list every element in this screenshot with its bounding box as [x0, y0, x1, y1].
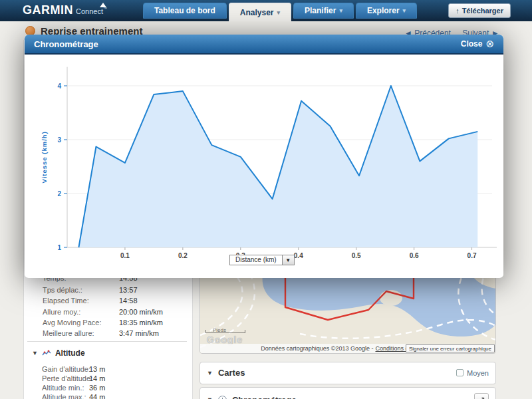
y-tick-label: 1	[57, 244, 61, 251]
garmin-connect-logo[interactable]: GARMINConnect™	[23, 3, 107, 17]
dropdown-arrow-icon[interactable]: ▼	[283, 255, 295, 265]
tab-planifier[interactable]: Planifier ▾	[293, 3, 354, 19]
brand-garmin: GARMIN	[23, 3, 73, 17]
upload-arrow-icon: ↑	[456, 7, 460, 15]
main-nav-tabs: Tableau de bord Analyser ▾ Planifier ▾ E…	[143, 3, 417, 21]
altitude-row-gain: Gain d'altitude: 13 m	[24, 365, 194, 374]
stat-row-allure-moy: Allure moy.: 20:00 min/km	[24, 308, 194, 319]
x-tick-label: 0.1	[120, 252, 130, 259]
route-map-panel[interactable]: Pieds Google Données cartographiques ©20…	[200, 268, 496, 354]
y-axis-title: Vitesse (km/h)	[41, 131, 48, 183]
top-navbar: GARMINConnect™ Tableau de bord Analyser …	[0, 0, 532, 21]
map-scale-bar: Pieds	[205, 330, 245, 333]
y-tick-label: 2	[57, 190, 61, 198]
tab-analyser[interactable]: Analyser ▾	[229, 3, 291, 21]
expand-arrows-icon	[478, 396, 485, 399]
clock-icon	[218, 396, 227, 399]
stat-row-elapsed-time: Elapsed Time: 14:58	[24, 297, 194, 307]
speed-area-fill	[78, 86, 477, 247]
moyen-checkbox-label: Moyen	[467, 369, 489, 377]
stat-row-avg-moving-pace: Avg Moving Pace: 18:35 min/km	[24, 319, 194, 329]
modal-close-button[interactable]: Close ⊗	[461, 38, 494, 50]
tab-explorer[interactable]: Explorer ▾	[356, 3, 417, 19]
x-axis-unit-value: Distance (km)	[229, 255, 283, 265]
speed-chart[interactable]: 12340.10.20.30.40.50.60.7Vitesse (km/h)	[25, 55, 503, 277]
chevron-down-icon: ▾	[277, 9, 281, 16]
y-tick-label: 3	[57, 136, 61, 144]
modal-header: Chronométrage Close ⊗	[25, 35, 503, 55]
report-map-error-link[interactable]: Signaler une erreur cartographique	[406, 344, 495, 352]
altitude-chart-icon	[42, 350, 51, 356]
x-tick-label: 0.4	[294, 252, 303, 259]
close-icon: ⊗	[485, 38, 494, 50]
stat-row-meilleure-allure: Meilleure allure: 3:47 min/km	[24, 329, 194, 340]
chevron-down-icon: ▾	[339, 7, 342, 14]
sidebar-divider	[27, 341, 187, 342]
chronometrage-panel-header[interactable]: ▼ Chronométrage	[200, 388, 495, 399]
chronometrage-modal: Chronométrage Close ⊗ 12340.10.20.30.40.…	[25, 35, 503, 278]
modal-title: Chronométrage	[34, 39, 98, 49]
altitude-row-min: Altitude min.: 36 m	[24, 384, 194, 393]
collapse-triangle-icon: ▼	[207, 396, 213, 399]
tab-tableau-de-bord[interactable]: Tableau de bord	[143, 3, 227, 19]
altitude-row-max: Altitude max.: 44 m	[24, 393, 194, 399]
map-scale-label: Pieds	[213, 327, 226, 333]
x-tick-label: 0.5	[352, 252, 361, 259]
x-tick-label: 0.6	[410, 252, 419, 259]
download-button[interactable]: ↑ Télécharger	[448, 3, 511, 18]
expand-panel-button[interactable]	[474, 393, 489, 399]
x-axis-unit-select[interactable]: Distance (km) ▼	[229, 255, 295, 265]
collapse-triangle-icon: ▼	[32, 350, 38, 356]
x-tick-label: 0.2	[178, 252, 188, 259]
modal-body: 12340.10.20.30.40.50.60.7Vitesse (km/h) …	[25, 55, 503, 277]
map-canvas	[200, 269, 496, 354]
brand-connect: Connect	[76, 7, 103, 15]
chronometrage-panel: ▼ Chronométrage	[200, 387, 496, 399]
x-tick-label: 0.7	[467, 252, 477, 259]
altitude-row-perte: Perte d'altitude: 14 m	[24, 374, 194, 384]
moyen-checkbox[interactable]	[456, 369, 464, 376]
cartes-panel: ▼ Cartes Moyen	[200, 362, 496, 384]
y-tick-label: 4	[57, 82, 61, 90]
cartes-panel-header[interactable]: ▼ Cartes Moyen	[200, 362, 495, 383]
garmin-delta-icon	[100, 3, 106, 7]
collapse-triangle-icon: ▼	[207, 370, 213, 376]
chevron-down-icon: ▾	[403, 7, 406, 14]
stat-row-tps-deplac: Tps déplac.: 13:57	[24, 286, 194, 297]
altitude-section-header[interactable]: ▼ Altitude	[32, 348, 85, 358]
